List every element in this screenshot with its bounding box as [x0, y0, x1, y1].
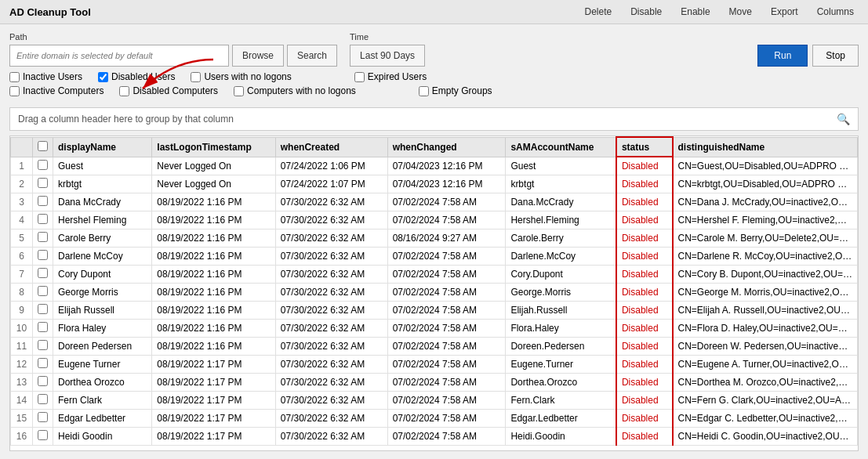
row-select-checkbox[interactable]	[38, 232, 48, 242]
cell-whencreated: 07/30/2022 6:32 AM	[275, 229, 387, 247]
row-checkbox-cell[interactable]	[33, 175, 53, 193]
last90-button[interactable]: Last 90 Days	[350, 45, 425, 67]
cell-lastlogon: 08/19/2022 1:16 PM	[152, 193, 275, 211]
row-select-checkbox[interactable]	[38, 250, 48, 260]
users-no-logons-input[interactable]	[191, 72, 201, 82]
row-checkbox-cell[interactable]	[33, 373, 53, 391]
cell-whencreated: 07/24/2022 1:06 PM	[275, 157, 387, 175]
computers-no-logons-label: Computers with no logons	[247, 85, 356, 96]
inactive-computers-input[interactable]	[9, 86, 20, 96]
row-select-checkbox[interactable]	[38, 160, 48, 170]
row-checkbox-cell[interactable]	[33, 409, 53, 427]
checkbox-row-1: Inactive Users Disabled Users Users with…	[9, 71, 859, 82]
table-row: 5 Carole Berry 08/19/2022 1:16 PM 07/30/…	[11, 229, 858, 247]
row-select-checkbox[interactable]	[38, 376, 48, 386]
computers-no-logons-checkbox[interactable]: Computers with no logons	[234, 85, 356, 96]
browse-button[interactable]: Browse	[232, 45, 284, 67]
cell-whencreated: 07/30/2022 6:32 AM	[275, 373, 387, 391]
row-checkbox-cell[interactable]	[33, 427, 53, 445]
cell-whenchanged: 07/02/2024 7:58 AM	[387, 319, 506, 337]
inactive-users-checkbox[interactable]: Inactive Users	[9, 71, 82, 82]
disabled-computers-checkbox[interactable]: Disabled Computers	[119, 85, 218, 96]
col-status[interactable]: status	[616, 137, 673, 157]
row-checkbox-cell[interactable]	[33, 211, 53, 229]
select-all-checkbox[interactable]	[38, 141, 48, 151]
col-lastlogon[interactable]: lastLogonTimestamp	[152, 137, 275, 157]
cell-lastlogon: 08/19/2022 1:16 PM	[152, 301, 275, 319]
table-row: 16 Heidi Goodin 08/19/2022 1:17 PM 07/30…	[11, 427, 858, 445]
cell-whencreated: 07/30/2022 6:32 AM	[275, 283, 387, 301]
cell-lastlogon: 08/19/2022 1:17 PM	[152, 355, 275, 373]
row-select-checkbox[interactable]	[38, 430, 48, 440]
row-number: 14	[11, 391, 33, 409]
row-checkbox-cell[interactable]	[33, 265, 53, 283]
cell-dn: CN=Eugene A. Turner,OU=inactive2,OU=ADPR…	[673, 355, 858, 373]
inactive-computers-checkbox[interactable]: Inactive Computers	[9, 85, 104, 96]
columns-button[interactable]: Columns	[812, 5, 859, 19]
cell-lastlogon: Never Logged On	[152, 157, 275, 175]
cell-sam: Darlene.McCoy	[506, 247, 616, 265]
toolbar-buttons: Delete Disable Enable Move Export Column…	[580, 5, 859, 19]
col-whencreated[interactable]: whenCreated	[275, 137, 387, 157]
row-select-checkbox[interactable]	[38, 394, 48, 404]
row-number: 2	[11, 175, 33, 193]
cell-dn: CN=Doreen W. Pedersen,OU=inactive2,OU=AD…	[673, 337, 858, 355]
row-select-checkbox[interactable]	[38, 268, 48, 278]
main-content: Path Browse Search Time Last 90 Days Run…	[0, 24, 868, 459]
col-whenchanged[interactable]: whenChanged	[387, 137, 506, 157]
disable-button[interactable]: Disable	[626, 5, 666, 19]
row-select-checkbox[interactable]	[38, 358, 48, 368]
table-row: 4 Hershel Fleming 08/19/2022 1:16 PM 07/…	[11, 211, 858, 229]
row-checkbox-cell[interactable]	[33, 391, 53, 409]
col-displayname[interactable]: displayName	[53, 137, 152, 157]
row-checkbox-cell[interactable]	[33, 229, 53, 247]
stop-button[interactable]: Stop	[812, 45, 859, 67]
move-button[interactable]: Move	[725, 5, 757, 19]
empty-groups-input[interactable]	[419, 86, 429, 96]
data-table: displayName lastLogonTimestamp whenCreat…	[10, 136, 858, 446]
expired-users-checkbox[interactable]: Expired Users	[354, 71, 427, 82]
delete-button[interactable]: Delete	[580, 5, 617, 19]
row-select-checkbox[interactable]	[38, 340, 48, 350]
table-row: 1 Guest Never Logged On 07/24/2022 1:06 …	[11, 157, 858, 175]
cell-dn: CN=Cory B. Dupont,OU=inactive2,OU=ADPRO …	[673, 265, 858, 283]
path-input[interactable]	[9, 45, 229, 67]
disabled-computers-input[interactable]	[119, 86, 129, 96]
run-button[interactable]: Run	[757, 45, 808, 67]
row-checkbox-cell[interactable]	[33, 337, 53, 355]
row-select-checkbox[interactable]	[38, 304, 48, 314]
row-select-checkbox[interactable]	[38, 214, 48, 224]
cell-displayname: Dana McCrady	[53, 193, 152, 211]
col-dn[interactable]: distinguishedName	[673, 137, 858, 157]
row-select-checkbox[interactable]	[38, 196, 48, 206]
table-container[interactable]: displayName lastLogonTimestamp whenCreat…	[9, 136, 859, 451]
row-checkbox-cell[interactable]	[33, 193, 53, 211]
row-checkbox-cell[interactable]	[33, 157, 53, 175]
enable-button[interactable]: Enable	[676, 5, 714, 19]
empty-groups-checkbox[interactable]: Empty Groups	[419, 85, 492, 96]
row-select-checkbox[interactable]	[38, 322, 48, 332]
search-button[interactable]: Search	[287, 45, 337, 67]
export-button[interactable]: Export	[766, 5, 803, 19]
disabled-users-input[interactable]	[98, 72, 108, 82]
row-checkbox-cell[interactable]	[33, 319, 53, 337]
row-checkbox-cell[interactable]	[33, 355, 53, 373]
table-row: 9 Elijah Russell 08/19/2022 1:16 PM 07/3…	[11, 301, 858, 319]
inactive-users-input[interactable]	[9, 72, 20, 82]
row-number: 6	[11, 247, 33, 265]
expired-users-input[interactable]	[354, 72, 365, 82]
row-select-checkbox[interactable]	[38, 178, 48, 188]
row-checkbox-cell[interactable]	[33, 301, 53, 319]
users-no-logons-checkbox[interactable]: Users with no logons	[191, 71, 291, 82]
search-icon[interactable]: 🔍	[837, 113, 850, 125]
row-select-checkbox[interactable]	[38, 286, 48, 296]
col-sam[interactable]: sAMAccountName	[506, 137, 616, 157]
row-checkbox-cell[interactable]	[33, 247, 53, 265]
cell-status: Disabled	[616, 193, 673, 211]
cell-status: Disabled	[616, 391, 673, 409]
row-number: 16	[11, 427, 33, 445]
disabled-users-checkbox[interactable]: Disabled Users	[98, 71, 175, 82]
row-checkbox-cell[interactable]	[33, 283, 53, 301]
computers-no-logons-input[interactable]	[234, 86, 244, 96]
row-select-checkbox[interactable]	[38, 412, 48, 422]
